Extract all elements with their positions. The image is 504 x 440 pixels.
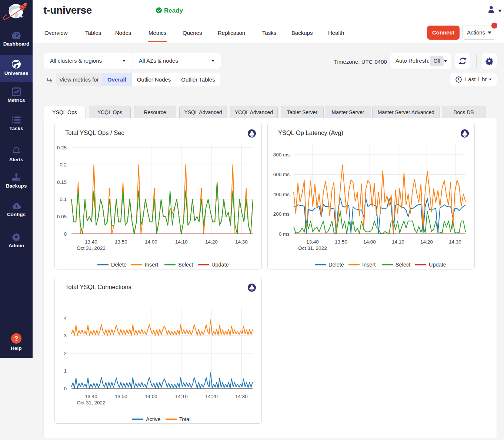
svg-text:13:40: 13:40: [85, 394, 97, 399]
svg-text:?: ?: [14, 335, 18, 342]
svg-text:Update: Update: [211, 262, 229, 268]
svg-text:14:20: 14:20: [205, 239, 218, 245]
svg-text:Oct 31, 2022: Oct 31, 2022: [77, 245, 105, 251]
svg-text:0.15: 0.15: [57, 179, 67, 185]
svg-text:14:10: 14:10: [392, 239, 404, 245]
svg-text:Select: Select: [395, 262, 410, 268]
svg-text:4: 4: [64, 315, 67, 321]
svg-text:14:20: 14:20: [420, 239, 433, 245]
svg-text:13:50: 13:50: [335, 239, 347, 245]
svg-text:Delete: Delete: [111, 262, 127, 268]
svg-text:Oct 31, 2022: Oct 31, 2022: [298, 245, 327, 251]
svg-text:800 ms: 800 ms: [273, 152, 290, 158]
svg-text:0 ms: 0 ms: [279, 231, 290, 237]
svg-text:14:10: 14:10: [175, 394, 188, 399]
svg-text:200 ms: 200 ms: [273, 211, 290, 217]
svg-text:14:00: 14:00: [145, 394, 157, 399]
svg-text:14:20: 14:20: [205, 394, 218, 399]
svg-text:0.1: 0.1: [60, 196, 67, 202]
svg-text:14:30: 14:30: [235, 394, 248, 399]
svg-text:13:40: 13:40: [306, 239, 319, 245]
svg-text:13:50: 13:50: [115, 394, 127, 399]
svg-text:Insert: Insert: [145, 262, 158, 268]
svg-text:Oct 31, 2022: Oct 31, 2022: [77, 400, 105, 406]
svg-text:13:40: 13:40: [85, 239, 97, 245]
svg-text:0.25: 0.25: [57, 145, 67, 150]
svg-text:600 ms: 600 ms: [273, 172, 290, 177]
svg-text:0.05: 0.05: [57, 214, 67, 219]
svg-text:Select: Select: [178, 262, 193, 268]
svg-text:14:10: 14:10: [175, 239, 188, 245]
svg-text:13:50: 13:50: [115, 239, 127, 245]
svg-text:14:00: 14:00: [363, 239, 376, 245]
svg-text:0: 0: [64, 231, 67, 237]
svg-text:14:00: 14:00: [145, 239, 157, 245]
svg-text:400 ms: 400 ms: [273, 192, 290, 197]
svg-text:Update: Update: [429, 262, 446, 268]
svg-text:Total: Total: [179, 416, 191, 422]
svg-text:1: 1: [64, 368, 67, 374]
svg-text:14:30: 14:30: [235, 239, 248, 245]
svg-text:Active: Active: [146, 416, 161, 422]
svg-text:14:30: 14:30: [449, 239, 461, 245]
svg-text:Insert: Insert: [362, 262, 376, 268]
svg-text:0: 0: [64, 386, 67, 391]
svg-text:0.2: 0.2: [60, 162, 67, 168]
svg-text:Delete: Delete: [328, 262, 344, 268]
svg-text:3: 3: [64, 333, 67, 338]
svg-text:2: 2: [64, 351, 67, 356]
